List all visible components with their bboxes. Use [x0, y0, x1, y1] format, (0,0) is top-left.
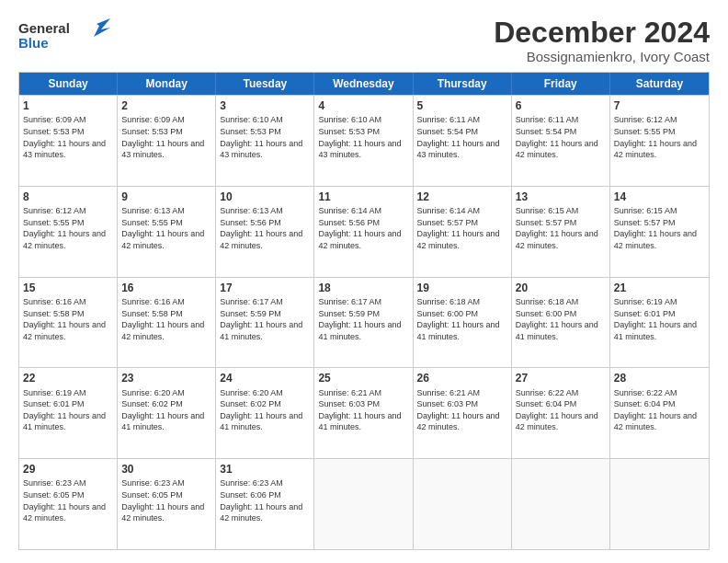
calendar-body: 1Sunrise: 6:09 AMSunset: 5:53 PMDaylight… — [19, 95, 709, 549]
calendar-cell: 7Sunrise: 6:12 AMSunset: 5:55 PMDaylight… — [610, 96, 709, 186]
title-block: December 2024 Bossignamienkro, Ivory Coa… — [494, 17, 710, 64]
logo: General Blue — [18, 17, 110, 61]
calendar-week-4: 22Sunrise: 6:19 AMSunset: 6:01 PMDayligh… — [19, 367, 709, 458]
calendar-week-5: 29Sunrise: 6:23 AMSunset: 6:05 PMDayligh… — [19, 458, 709, 549]
calendar-cell: 5Sunrise: 6:11 AMSunset: 5:54 PMDaylight… — [414, 96, 512, 186]
calendar-cell: 19Sunrise: 6:18 AMSunset: 6:00 PMDayligh… — [414, 278, 512, 368]
calendar-cell: 12Sunrise: 6:14 AMSunset: 5:57 PMDayligh… — [414, 187, 512, 277]
calendar-cell: 10Sunrise: 6:13 AMSunset: 5:56 PMDayligh… — [216, 187, 314, 277]
calendar-cell: 24Sunrise: 6:20 AMSunset: 6:02 PMDayligh… — [216, 368, 314, 458]
calendar-cell — [610, 459, 709, 549]
calendar-cell — [414, 459, 512, 549]
logo-icon: General Blue — [18, 17, 110, 57]
svg-text:Blue: Blue — [18, 35, 49, 51]
page: General Blue December 2024 Bossignamienk… — [0, 0, 728, 563]
calendar-cell: 30Sunrise: 6:23 AMSunset: 6:05 PMDayligh… — [118, 459, 216, 549]
header-friday: Friday — [512, 73, 610, 95]
header-saturday: Saturday — [610, 73, 709, 95]
calendar-cell — [314, 459, 413, 549]
calendar-cell: 6Sunrise: 6:11 AMSunset: 5:54 PMDaylight… — [512, 96, 610, 186]
subtitle: Bossignamienkro, Ivory Coast — [494, 49, 710, 64]
calendar-cell: 29Sunrise: 6:23 AMSunset: 6:05 PMDayligh… — [19, 459, 118, 549]
calendar-cell: 31Sunrise: 6:23 AMSunset: 6:06 PMDayligh… — [216, 459, 314, 549]
calendar-cell: 16Sunrise: 6:16 AMSunset: 5:58 PMDayligh… — [118, 278, 216, 368]
header-thursday: Thursday — [414, 73, 512, 95]
calendar-cell: 4Sunrise: 6:10 AMSunset: 5:53 PMDaylight… — [314, 96, 413, 186]
calendar-header: Sunday Monday Tuesday Wednesday Thursday… — [19, 73, 709, 95]
header-tuesday: Tuesday — [216, 73, 314, 95]
calendar: Sunday Monday Tuesday Wednesday Thursday… — [18, 72, 710, 550]
svg-text:General: General — [18, 20, 70, 36]
calendar-cell: 14Sunrise: 6:15 AMSunset: 5:57 PMDayligh… — [610, 187, 709, 277]
header: General Blue December 2024 Bossignamienk… — [18, 17, 710, 64]
calendar-week-3: 15Sunrise: 6:16 AMSunset: 5:58 PMDayligh… — [19, 277, 709, 368]
calendar-cell: 15Sunrise: 6:16 AMSunset: 5:58 PMDayligh… — [19, 278, 118, 368]
calendar-cell: 13Sunrise: 6:15 AMSunset: 5:57 PMDayligh… — [512, 187, 610, 277]
calendar-cell: 26Sunrise: 6:21 AMSunset: 6:03 PMDayligh… — [414, 368, 512, 458]
month-title: December 2024 — [494, 17, 710, 49]
calendar-cell: 17Sunrise: 6:17 AMSunset: 5:59 PMDayligh… — [216, 278, 314, 368]
calendar-week-1: 1Sunrise: 6:09 AMSunset: 5:53 PMDaylight… — [19, 95, 709, 186]
calendar-cell: 23Sunrise: 6:20 AMSunset: 6:02 PMDayligh… — [118, 368, 216, 458]
calendar-cell — [512, 459, 610, 549]
header-wednesday: Wednesday — [314, 73, 413, 95]
calendar-cell: 21Sunrise: 6:19 AMSunset: 6:01 PMDayligh… — [610, 278, 709, 368]
calendar-cell: 9Sunrise: 6:13 AMSunset: 5:55 PMDaylight… — [118, 187, 216, 277]
calendar-cell: 22Sunrise: 6:19 AMSunset: 6:01 PMDayligh… — [19, 368, 118, 458]
calendar-cell: 28Sunrise: 6:22 AMSunset: 6:04 PMDayligh… — [610, 368, 709, 458]
calendar-cell: 20Sunrise: 6:18 AMSunset: 6:00 PMDayligh… — [512, 278, 610, 368]
calendar-cell: 8Sunrise: 6:12 AMSunset: 5:55 PMDaylight… — [19, 187, 118, 277]
header-sunday: Sunday — [19, 73, 118, 95]
calendar-cell: 27Sunrise: 6:22 AMSunset: 6:04 PMDayligh… — [512, 368, 610, 458]
svg-marker-2 — [94, 18, 110, 37]
header-monday: Monday — [118, 73, 216, 95]
calendar-cell: 3Sunrise: 6:10 AMSunset: 5:53 PMDaylight… — [216, 96, 314, 186]
calendar-cell: 18Sunrise: 6:17 AMSunset: 5:59 PMDayligh… — [314, 278, 413, 368]
calendar-cell: 25Sunrise: 6:21 AMSunset: 6:03 PMDayligh… — [314, 368, 413, 458]
calendar-week-2: 8Sunrise: 6:12 AMSunset: 5:55 PMDaylight… — [19, 186, 709, 277]
calendar-cell: 2Sunrise: 6:09 AMSunset: 5:53 PMDaylight… — [118, 96, 216, 186]
calendar-cell: 1Sunrise: 6:09 AMSunset: 5:53 PMDaylight… — [19, 96, 118, 186]
calendar-cell: 11Sunrise: 6:14 AMSunset: 5:56 PMDayligh… — [314, 187, 413, 277]
